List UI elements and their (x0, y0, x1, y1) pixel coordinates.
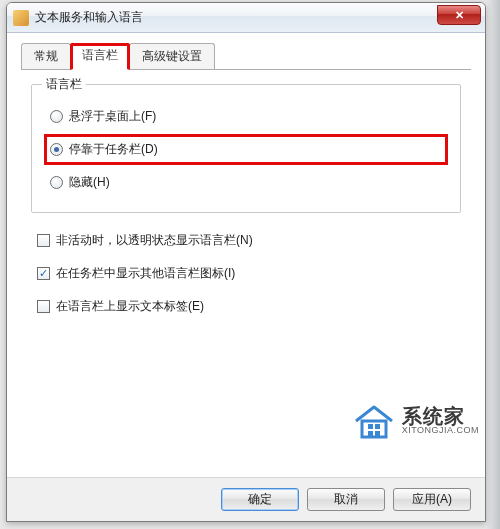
checkbox-icon: ✓ (37, 267, 50, 280)
close-icon: ✕ (455, 9, 464, 22)
titlebar: 文本服务和输入语言 ✕ (7, 3, 485, 33)
close-button[interactable]: ✕ (437, 5, 481, 25)
checkbox-label: 非活动时，以透明状态显示语言栏(N) (56, 232, 253, 249)
window-title: 文本服务和输入语言 (35, 9, 143, 26)
checkbox-show-other-icons[interactable]: ✓ 在任务栏中显示其他语言栏图标(I) (31, 258, 461, 289)
content-area: 常规 语言栏 高级键设置 语言栏 悬浮于桌面上(F) 停靠于任务栏(D) 隐藏(… (7, 33, 485, 477)
radio-icon (50, 143, 63, 156)
groupbox-title: 语言栏 (42, 76, 86, 93)
svg-rect-4 (375, 431, 380, 436)
checkbox-label: 在语言栏上显示文本标签(E) (56, 298, 204, 315)
watermark-text: 系统家 XITONGJIA.COM (402, 406, 479, 435)
cancel-button[interactable]: 取消 (307, 488, 385, 511)
radio-hidden[interactable]: 隐藏(H) (44, 167, 448, 198)
svg-rect-1 (368, 424, 373, 429)
watermark-logo-icon (350, 399, 398, 441)
tabstrip: 常规 语言栏 高级键设置 (21, 43, 471, 70)
checkbox-icon (37, 234, 50, 247)
apply-button[interactable]: 应用(A) (393, 488, 471, 511)
checkbox-transparent-inactive[interactable]: 非活动时，以透明状态显示语言栏(N) (31, 225, 461, 256)
button-bar: 确定 取消 应用(A) (7, 477, 485, 521)
ok-button[interactable]: 确定 (221, 488, 299, 511)
svg-rect-2 (375, 424, 380, 429)
tab-panel-language-bar: 语言栏 悬浮于桌面上(F) 停靠于任务栏(D) 隐藏(H) 非活动时，以透明状态 (21, 70, 471, 338)
dialog-window: 文本服务和输入语言 ✕ 常规 语言栏 高级键设置 语言栏 悬浮于桌面上(F) 停… (6, 2, 486, 522)
watermark: 系统家 XITONGJIA.COM (350, 399, 479, 441)
tab-general[interactable]: 常规 (21, 43, 71, 69)
radio-label: 隐藏(H) (69, 174, 110, 191)
app-icon (13, 10, 29, 26)
radio-icon (50, 110, 63, 123)
radio-label: 停靠于任务栏(D) (69, 141, 158, 158)
svg-rect-0 (362, 421, 386, 437)
radio-label: 悬浮于桌面上(F) (69, 108, 156, 125)
frame-shadow (486, 0, 500, 529)
checkbox-label: 在任务栏中显示其他语言栏图标(I) (56, 265, 235, 282)
groupbox-language-bar: 语言栏 悬浮于桌面上(F) 停靠于任务栏(D) 隐藏(H) (31, 84, 461, 213)
radio-float-desktop[interactable]: 悬浮于桌面上(F) (44, 101, 448, 132)
watermark-en: XITONGJIA.COM (402, 426, 479, 435)
radio-dock-taskbar[interactable]: 停靠于任务栏(D) (44, 134, 448, 165)
checkbox-icon (37, 300, 50, 313)
radio-icon (50, 176, 63, 189)
checkbox-show-text-labels[interactable]: 在语言栏上显示文本标签(E) (31, 291, 461, 322)
svg-rect-3 (368, 431, 373, 436)
watermark-cn: 系统家 (402, 406, 479, 426)
tab-language-bar[interactable]: 语言栏 (70, 43, 130, 70)
tab-advanced-keys[interactable]: 高级键设置 (129, 43, 215, 69)
